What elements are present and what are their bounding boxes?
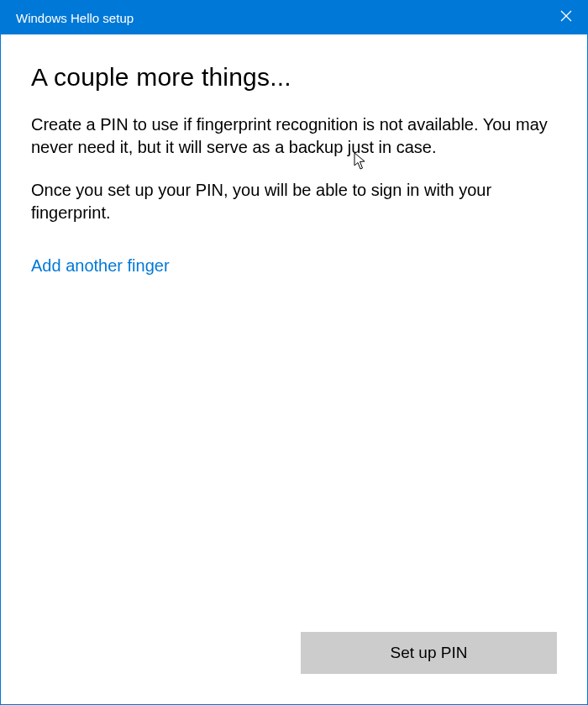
dialog-footer: Set up PIN	[1, 632, 587, 704]
dialog-content: A couple more things... Create a PIN to …	[1, 34, 587, 632]
close-button[interactable]	[545, 1, 587, 34]
set-up-pin-button[interactable]: Set up PIN	[301, 632, 557, 674]
window-title: Windows Hello setup	[16, 11, 134, 25]
windows-hello-setup-dialog: Windows Hello setup A couple more things…	[0, 0, 588, 705]
titlebar: Windows Hello setup	[1, 1, 587, 34]
close-icon	[560, 10, 572, 25]
add-another-finger-link[interactable]: Add another finger	[31, 256, 170, 276]
body-paragraph-2: Once you set up your PIN, you will be ab…	[31, 179, 557, 224]
page-heading: A couple more things...	[31, 63, 557, 92]
body-paragraph-1: Create a PIN to use if fingerprint recog…	[31, 113, 557, 159]
